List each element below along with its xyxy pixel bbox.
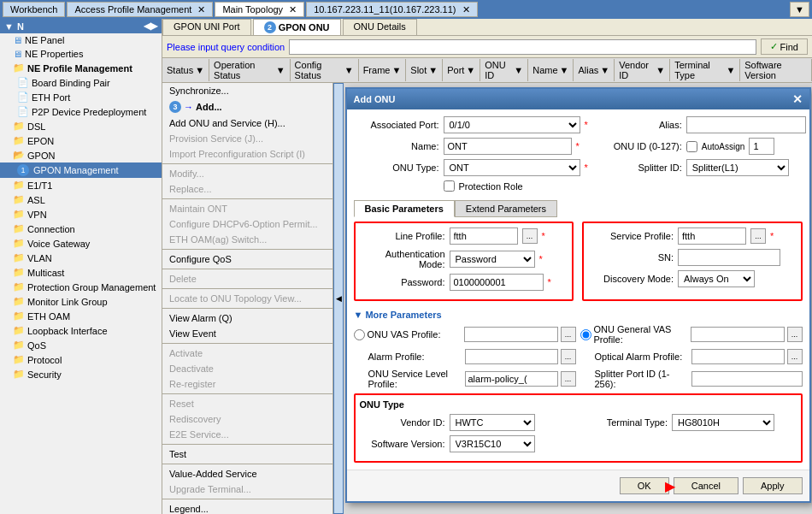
tab-gpon-uni[interactable]: GPON UNI Port <box>162 19 251 35</box>
tab-gpon-onu[interactable]: 2 GPON ONU <box>253 19 341 35</box>
assoc-port-select[interactable]: 0/1/0 <box>444 116 580 133</box>
alarm-browse-btn[interactable]: ... <box>561 349 576 364</box>
vendor-id-select[interactable]: HWTC <box>450 414 535 431</box>
terminal-type-select[interactable]: HG8010H <box>672 414 774 431</box>
ctx-synchronize[interactable]: Synchronize... <box>162 83 332 98</box>
sidebar-item-vlan[interactable]: 📁 VLAN <box>0 251 162 265</box>
name-input[interactable] <box>444 138 572 155</box>
protection-checkbox[interactable] <box>444 180 455 192</box>
col-sw-version[interactable]: Software Version <box>740 59 812 81</box>
sidebar-item-eth-oam[interactable]: 📁 ETH OAM <box>0 309 162 323</box>
tab-device-close[interactable]: ✕ <box>462 4 470 15</box>
discovery-mode-select[interactable]: Always On <box>678 270 755 287</box>
onu-id-input[interactable] <box>749 138 774 155</box>
sidebar-item-gpon[interactable]: 📂 GPON <box>0 148 162 162</box>
col-frame[interactable]: Frame▼ <box>359 59 407 81</box>
col-config-status[interactable]: Config Status▼ <box>291 59 359 81</box>
sidebar-item-ne-panel[interactable]: 🖥 NE Panel <box>0 33 162 47</box>
tab-basic-params[interactable]: Basic Parameters <box>354 200 455 217</box>
onu-type-select[interactable]: ONT <box>444 159 580 176</box>
col-alias[interactable]: Alias▼ <box>574 59 615 81</box>
ctx-add-onu-service[interactable]: Add ONU and Service (H)... <box>162 115 332 131</box>
sidebar-item-security[interactable]: 📁 Security <box>0 367 162 381</box>
sidebar-item-gpon-management[interactable]: 1 GPON Management <box>0 162 162 178</box>
sw-version-select[interactable]: V3R15C10 <box>450 435 535 452</box>
splitter-id-label: Splitter ID: <box>597 162 682 173</box>
cancel-button[interactable]: Cancel <box>674 477 738 494</box>
sidebar-item-vpn[interactable]: 📁 VPN <box>0 207 162 222</box>
sidebar-item-eth-port[interactable]: 📄 ETH Port <box>0 90 162 104</box>
ok-button[interactable]: OK ▶ <box>620 477 669 494</box>
sidebar-item-dsl[interactable]: 📁 DSL <box>0 119 162 133</box>
tab-main-close[interactable]: ✕ <box>289 4 297 15</box>
col-op-status[interactable]: Operation Status▼ <box>209 59 291 81</box>
col-terminal[interactable]: Terminal Type▼ <box>670 59 740 81</box>
sidebar-item-connection[interactable]: 📁 Connection <box>0 222 162 236</box>
collapse-button[interactable]: ◀ <box>333 83 344 514</box>
service-profile-input[interactable] <box>678 227 746 245</box>
sidebar-item-ne-properties[interactable]: 🖥 NE Properties <box>0 47 162 61</box>
onu-vas-input[interactable] <box>464 327 558 342</box>
ctx-legend[interactable]: Legend... <box>162 501 332 514</box>
onu-vas-browse-btn[interactable]: ... <box>561 327 576 342</box>
sidebar-item-loopback[interactable]: 📁 Loopback Interface <box>0 323 162 338</box>
more-params-header[interactable]: ▼ More Parameters <box>354 310 803 320</box>
onu-general-vas-browse-btn[interactable]: ... <box>787 327 803 342</box>
tab-device[interactable]: 10.167.223.11_11(10.167.223.11) ✕ <box>306 2 477 17</box>
ctx-value-added[interactable]: Value-Added Service <box>162 466 332 482</box>
apply-button[interactable]: Apply <box>743 477 803 494</box>
name-required: * <box>576 141 580 151</box>
sidebar-item-multicast[interactable]: 📁 Multicast <box>0 265 162 280</box>
optical-alarm-browse-btn[interactable]: ... <box>787 349 803 364</box>
ctx-view-alarm[interactable]: View Alarm (Q) <box>162 310 332 326</box>
col-port[interactable]: Port▼ <box>443 59 480 81</box>
alarm-profile-input[interactable] <box>465 349 558 364</box>
sidebar-nav[interactable]: ◀▶ <box>144 21 157 32</box>
tab-workbench[interactable]: Workbench <box>3 2 65 17</box>
sidebar-item-board-binding[interactable]: 📄 Board Binding Pair <box>0 75 162 90</box>
optical-alarm-input[interactable] <box>691 349 785 364</box>
tab-main-topology[interactable]: Main Topology ✕ <box>215 2 304 17</box>
sn-input[interactable] <box>678 249 780 266</box>
col-status[interactable]: Status▼ <box>162 59 209 81</box>
tab-onu-details[interactable]: ONU Details <box>343 19 417 35</box>
password-input[interactable] <box>450 274 544 291</box>
col-vendor[interactable]: Vendor ID▼ <box>615 59 670 81</box>
sidebar-item-p2p[interactable]: 📄 P2P Device Predeployment <box>0 104 162 119</box>
col-onu-id[interactable]: ONU ID▼ <box>480 59 528 81</box>
sidebar-item-epon[interactable]: 📁 EPON <box>0 133 162 148</box>
tab-access-profile[interactable]: Access Profile Management ✕ <box>67 2 213 17</box>
line-profile-input[interactable] <box>450 227 518 245</box>
col-name[interactable]: Name▼ <box>528 59 574 81</box>
auth-mode-select[interactable]: Password <box>450 251 535 268</box>
sidebar-item-qos[interactable]: 📁 QoS <box>0 338 162 352</box>
onu-general-vas-input[interactable] <box>691 327 785 342</box>
dialog-close-button[interactable]: ✕ <box>792 92 803 106</box>
col-slot[interactable]: Slot▼ <box>406 59 443 81</box>
sidebar-item-voice-gateway[interactable]: 📁 Voice Gateway <box>0 236 162 251</box>
sidebar-item-ne-profile[interactable]: 📁 NE Profile Management <box>0 61 162 75</box>
splitter-id-select[interactable]: Splitter(L1) <box>686 159 789 176</box>
alias-input[interactable] <box>686 116 806 133</box>
tab-extend-params[interactable]: Extend Parameters <box>455 200 557 217</box>
sidebar-item-protection[interactable]: 📁 Protection Group Management <box>0 280 162 294</box>
ctx-configure-qos[interactable]: Configure QoS <box>162 251 332 267</box>
tab-nav-btn[interactable]: ▼ <box>790 2 809 17</box>
sidebar-item-monitor[interactable]: 📁 Monitor Link Group <box>0 294 162 309</box>
service-profile-browse-btn[interactable]: ... <box>750 228 766 244</box>
ctx-add[interactable]: 3 → Add... <box>162 98 332 115</box>
ctx-view-event[interactable]: View Event <box>162 326 332 341</box>
sidebar-item-e1t1[interactable]: 📁 E1/T1 <box>0 178 162 192</box>
onu-service-level-input[interactable] <box>465 371 558 387</box>
ctx-test[interactable]: Test <box>162 446 332 462</box>
onu-general-vas-radio[interactable] <box>580 329 591 340</box>
splitter-port-input[interactable] <box>691 371 803 387</box>
line-profile-browse-btn[interactable]: ... <box>522 228 538 244</box>
onu-vas-radio[interactable] <box>354 329 365 340</box>
onu-service-browse-btn[interactable]: ... <box>561 371 576 387</box>
find-button[interactable]: ✓ Find <box>761 38 808 55</box>
sidebar-item-asl[interactable]: 📁 ASL <box>0 192 162 207</box>
tab-access-close[interactable]: ✕ <box>197 4 205 15</box>
sidebar-item-protocol[interactable]: 📁 Protocol <box>0 352 162 367</box>
auto-assign-checkbox[interactable] <box>686 141 697 152</box>
